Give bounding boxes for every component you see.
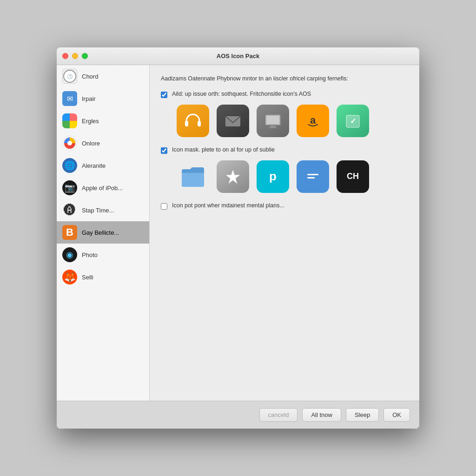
ok-button[interactable]: OK bbox=[383, 408, 410, 422]
gay-bellicte-icon: B bbox=[62, 225, 77, 240]
sidebar-item-stap-time[interactable]: 🅐 Stap Time... bbox=[57, 199, 149, 221]
content-area: 🕐 Chord ✉ Irpair Ergles bbox=[57, 65, 419, 401]
traffic-lights bbox=[62, 53, 88, 59]
svg-rect-8 bbox=[270, 126, 276, 127]
selli-icon: 🦊 bbox=[62, 270, 77, 284]
main-window: AOS Icon Pack 🕐 Chord ✉ Irpair Ergles bbox=[57, 47, 419, 429]
option3-checkbox[interactable] bbox=[161, 203, 167, 210]
icon-p-circle: p bbox=[257, 160, 289, 193]
sidebar-item-chord[interactable]: 🕐 Chord bbox=[57, 65, 149, 87]
sidebar-label-gay-bellicte: Gay Bellicte... bbox=[82, 229, 119, 236]
svg-rect-19 bbox=[307, 174, 318, 175]
irpair-icon: ✉ bbox=[62, 91, 77, 106]
sidebar-label-selli: Selli bbox=[82, 274, 93, 281]
footer: canceld All tnow Sleep OK bbox=[57, 401, 419, 429]
titlebar: AOS Icon Pack bbox=[57, 47, 419, 65]
close-button[interactable] bbox=[62, 53, 68, 59]
sidebar-item-irpair[interactable]: ✉ Irpair bbox=[57, 87, 149, 110]
onlore-icon bbox=[62, 136, 77, 151]
sidebar-label-apple-ipob: Apple of iPob... bbox=[82, 185, 123, 192]
ergles-icon bbox=[62, 113, 77, 128]
allknow-button[interactable]: All tnow bbox=[302, 408, 341, 422]
sidebar-label-onlore: Onlore bbox=[82, 140, 100, 147]
option1-row: Aild: up issue orth: sothquest. Fritchon… bbox=[161, 91, 408, 98]
svg-marker-15 bbox=[225, 169, 240, 184]
icon-mail-dark bbox=[217, 105, 249, 137]
sidebar-label-aleranite: Aleranite bbox=[82, 162, 106, 169]
cancel-button[interactable]: canceld bbox=[259, 408, 298, 422]
svg-rect-3 bbox=[198, 121, 201, 126]
sidebar: 🕐 Chord ✉ Irpair Ergles bbox=[57, 65, 150, 401]
icon-amazon: a bbox=[297, 105, 329, 137]
chord-icon: 🕐 bbox=[62, 69, 77, 84]
svg-point-1 bbox=[67, 141, 72, 145]
svg-text:✓: ✓ bbox=[350, 117, 356, 125]
icons-row-1: a ✓ bbox=[177, 105, 408, 137]
icons-row-2: p CH bbox=[177, 160, 408, 193]
option1-label: Aild: up issue orth: sothquest. Fritchon… bbox=[172, 91, 311, 97]
sidebar-item-gay-bellicte[interactable]: B Gay Bellicte... bbox=[57, 221, 149, 244]
sidebar-label-photo: Photo bbox=[82, 251, 98, 258]
icon-monitor bbox=[257, 105, 289, 137]
sidebar-item-selli[interactable]: 🦊 Selli bbox=[57, 266, 149, 288]
minimize-button[interactable] bbox=[72, 53, 78, 59]
sidebar-label-chord: Chord bbox=[82, 73, 98, 80]
icon-folder bbox=[177, 160, 209, 193]
sidebar-item-aleranite[interactable]: 🌐 Aleranite bbox=[57, 154, 149, 177]
svg-rect-20 bbox=[307, 177, 315, 178]
option2-label: Icon mask. plete to on al for up of subl… bbox=[172, 146, 275, 153]
photo-icon: ◉ bbox=[62, 247, 77, 262]
option1-checkbox[interactable] bbox=[161, 92, 167, 98]
sleep-button[interactable]: Sleep bbox=[346, 408, 379, 422]
apple-ipob-icon: 📷 bbox=[62, 180, 77, 195]
sidebar-item-onlore[interactable]: Onlore bbox=[57, 132, 149, 154]
sidebar-item-ergles[interactable]: Ergles bbox=[57, 110, 149, 132]
aleranite-icon: 🌐 bbox=[62, 158, 77, 173]
icon-star bbox=[217, 160, 249, 193]
option2-row: Icon mask. plete to on al for up of subl… bbox=[161, 146, 408, 154]
svg-rect-2 bbox=[185, 121, 188, 126]
option2-checkbox[interactable] bbox=[161, 147, 167, 154]
maximize-button[interactable] bbox=[82, 53, 88, 59]
sidebar-label-stap-time: Stap Time... bbox=[82, 207, 114, 214]
icon-headphones bbox=[177, 105, 209, 137]
icon-ch-dark: CH bbox=[337, 160, 369, 193]
description-text: Aadizams Oatennate Phybnow mntor tn an i… bbox=[161, 74, 408, 83]
sidebar-item-apple-ipob[interactable]: 📷 Apple of iPob... bbox=[57, 177, 149, 199]
icon-chat bbox=[297, 160, 329, 193]
option3-label: Icon pot pont wher mdainest mental plans… bbox=[172, 202, 284, 209]
main-panel: Aadizams Oatennate Phybnow mntor tn an i… bbox=[150, 65, 419, 401]
sidebar-label-ergles: Ergles bbox=[82, 118, 99, 125]
svg-rect-9 bbox=[268, 127, 278, 128]
window-title: AOS Icon Pack bbox=[217, 53, 259, 60]
svg-text:p: p bbox=[269, 169, 277, 183]
sidebar-item-photo[interactable]: ◉ Photo bbox=[57, 244, 149, 266]
stap-time-icon: 🅐 bbox=[62, 203, 77, 218]
option3-row: Icon pot pont wher mdainest mental plans… bbox=[161, 202, 408, 210]
svg-text:a: a bbox=[310, 114, 316, 126]
svg-rect-7 bbox=[266, 116, 279, 124]
icon-green-card: ✓ bbox=[337, 105, 369, 137]
sidebar-label-irpair: Irpair bbox=[82, 95, 96, 102]
svg-rect-18 bbox=[304, 169, 321, 182]
